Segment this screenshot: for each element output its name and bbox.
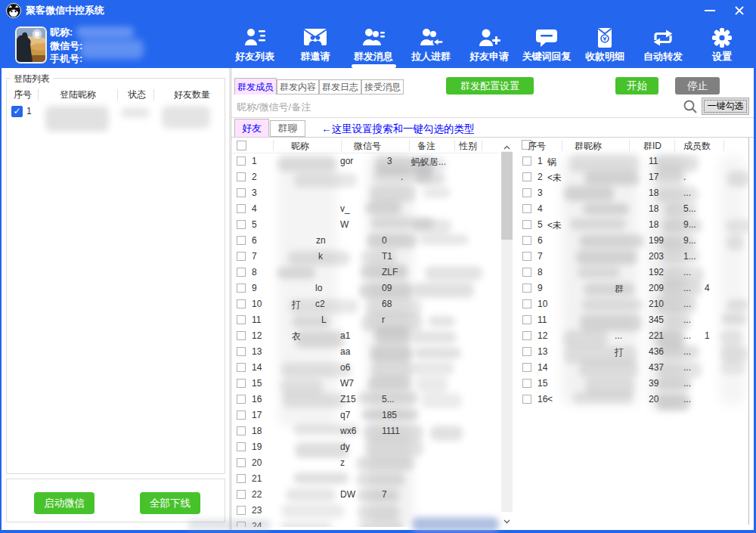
friends-scrollbar[interactable]	[501, 138, 513, 525]
friends-row[interactable]: 7kT1	[231, 249, 499, 265]
friends-row-checkbox[interactable]	[237, 347, 246, 356]
friends-row-checkbox[interactable]	[237, 474, 246, 483]
friends-row-checkbox[interactable]	[237, 490, 246, 499]
friends-row-checkbox[interactable]	[237, 204, 246, 213]
groups-row-checkbox[interactable]	[522, 363, 531, 372]
friends-row[interactable]: 8ZLF	[231, 265, 499, 280]
close-button[interactable]	[733, 5, 745, 17]
groups-col-index[interactable]: 序号	[528, 140, 546, 153]
groups-col-member-count[interactable]: 成员数	[667, 140, 727, 153]
friends-row-checkbox[interactable]	[237, 426, 246, 435]
groups-row[interactable]: 12...221...1	[516, 328, 749, 344]
groups-row-checkbox[interactable]	[522, 236, 531, 245]
friends-row[interactable]: 13aa	[231, 344, 499, 360]
friends-row-checkbox[interactable]	[237, 395, 246, 404]
nav-item-payment-details[interactable]: 收款明细	[575, 26, 635, 67]
groups-row-checkbox[interactable]	[522, 299, 531, 308]
groups-row-checkbox[interactable]	[522, 331, 531, 340]
friends-row-checkbox[interactable]	[237, 252, 246, 261]
groups-row-checkbox[interactable]	[522, 220, 531, 229]
groups-row[interactable]: 14437...	[516, 360, 749, 376]
subtab-friends[interactable]: 好友	[234, 119, 269, 137]
friends-row[interactable]: 9lo09	[231, 280, 499, 296]
nav-item-bulk-message[interactable]: 群发消息	[343, 26, 404, 67]
groups-row-checkbox[interactable]	[522, 204, 531, 213]
groups-row[interactable]: 2<未17.	[516, 169, 749, 185]
groups-row[interactable]: 10210...	[516, 296, 749, 312]
nav-item-group-invite[interactable]: 群邀请	[285, 26, 345, 67]
friends-row-checkbox[interactable]	[237, 188, 246, 197]
friends-col-wechat-id[interactable]: 微信号	[337, 140, 398, 153]
groups-row[interactable]: 13打436...	[516, 344, 749, 360]
friends-row-checkbox[interactable]	[237, 442, 246, 451]
groups-row-checkbox[interactable]	[522, 252, 531, 261]
groups-row[interactable]: 1锅11	[516, 153, 749, 169]
groups-row[interactable]: 16<20...	[516, 392, 749, 407]
tab-bulk-log[interactable]: 群发日志	[319, 79, 361, 95]
friends-row-checkbox[interactable]	[237, 268, 246, 277]
friends-row[interactable]: 3	[231, 185, 499, 201]
nav-item-auto-forward[interactable]: 自动转发	[633, 26, 693, 67]
groups-row[interactable]: 318...	[516, 185, 749, 201]
friends-row[interactable]: 17q7185	[231, 407, 499, 423]
friends-row[interactable]: 21	[231, 471, 499, 487]
friends-row[interactable]: 12衣a1	[231, 328, 499, 344]
groups-row[interactable]: 61999...	[516, 233, 749, 249]
tab-bulk-content[interactable]: 群发内容	[277, 79, 319, 95]
friends-col-nickname[interactable]: 昵称	[270, 140, 330, 153]
friends-row[interactable]: 19dy	[231, 439, 499, 455]
friends-row[interactable]: 11Lr	[231, 312, 499, 328]
nav-item-friend-request[interactable]: 好友申请	[459, 26, 519, 67]
splitter[interactable]	[229, 68, 230, 530]
friends-col-gender[interactable]: 性别	[438, 140, 498, 153]
tab-receive-messages[interactable]: 接受消息	[361, 79, 404, 95]
groups-row[interactable]: 9群209...4	[516, 280, 749, 296]
friends-row-checkbox[interactable]	[237, 156, 246, 166]
friends-row-checkbox[interactable]	[237, 299, 246, 308]
groups-row-checkbox[interactable]	[522, 315, 531, 324]
select-all-button[interactable]: 一键勾选	[702, 98, 749, 115]
groups-row-checkbox[interactable]	[522, 347, 531, 356]
friends-row-checkbox[interactable]	[237, 220, 246, 229]
friends-row[interactable]: 18wx61111	[231, 423, 499, 439]
friends-row[interactable]: 2.	[231, 169, 499, 185]
subtab-groups[interactable]: 群聊	[270, 120, 305, 137]
groups-row-checkbox[interactable]	[522, 379, 531, 388]
friends-row-checkbox[interactable]	[237, 236, 246, 245]
start-wechat-button[interactable]: 启动微信	[34, 492, 94, 514]
friends-row-checkbox[interactable]	[237, 411, 246, 420]
groups-row[interactable]: 72031...	[516, 249, 749, 265]
offline-all-button[interactable]: 全部下线	[140, 492, 200, 514]
friends-row-checkbox[interactable]	[237, 379, 246, 388]
friends-row-checkbox[interactable]	[237, 331, 246, 340]
scroll-down-arrow[interactable]	[503, 514, 510, 521]
minimize-button[interactable]	[705, 10, 715, 11]
friends-row-checkbox[interactable]	[237, 172, 246, 181]
friends-row[interactable]: 22DW7	[231, 487, 499, 503]
friends-row[interactable]: 4v_	[231, 201, 499, 217]
friends-row-checkbox[interactable]	[237, 284, 246, 293]
groups-col-group-nickname[interactable]: 群昵称	[558, 140, 618, 153]
groups-row[interactable]: 4185...	[516, 201, 749, 217]
friends-row-checkbox[interactable]	[237, 315, 246, 324]
friends-row[interactable]: 20z	[231, 455, 499, 471]
nav-item-settings[interactable]: 设置	[692, 26, 752, 67]
friends-row[interactable]: 5W	[231, 217, 499, 233]
friends-row[interactable]: 10打c268	[231, 296, 499, 312]
stop-button[interactable]: 停止	[675, 77, 720, 95]
groups-row[interactable]: 11345...	[516, 312, 749, 328]
groups-row-checkbox[interactable]	[522, 284, 531, 293]
groups-row-checkbox[interactable]	[522, 268, 531, 277]
groups-row[interactable]: 8192...	[516, 265, 749, 280]
start-button[interactable]: 开始	[615, 77, 658, 95]
nav-item-pull-into-group[interactable]: 拉人进群	[401, 26, 461, 67]
nav-item-friends-list[interactable]: 好友列表	[225, 26, 285, 67]
friends-row-checkbox[interactable]	[237, 363, 246, 372]
groups-row[interactable]: 5<未189...	[516, 217, 749, 233]
scroll-up-arrow[interactable]	[503, 141, 510, 147]
friends-row[interactable]: 1gor3蚂蚁居...	[231, 153, 499, 169]
friends-row-checkbox[interactable]	[237, 458, 246, 467]
friends-row[interactable]: 23	[231, 503, 499, 519]
groups-row-checkbox[interactable]	[522, 188, 531, 197]
groups-row-checkbox[interactable]	[522, 172, 531, 181]
